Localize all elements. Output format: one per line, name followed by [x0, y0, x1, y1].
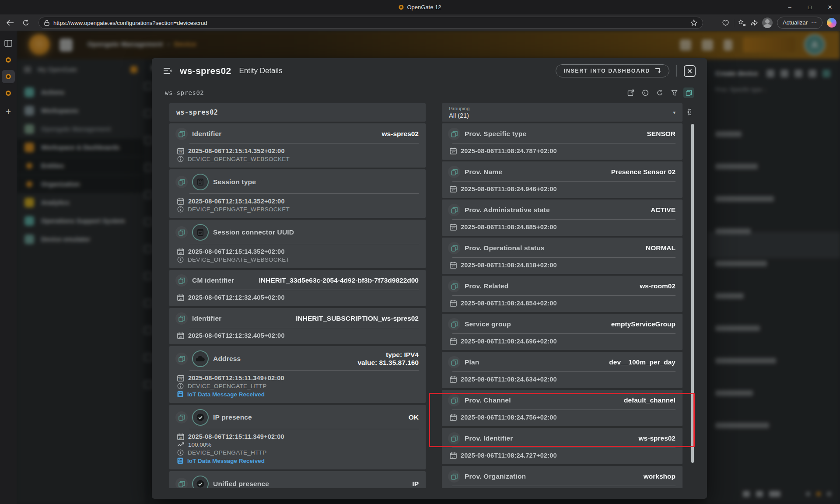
- attribute-detail-text: 2025-08-06T11:08:24.727+02:00: [461, 452, 557, 459]
- attribute-title-row: Session connector UUID: [175, 224, 419, 241]
- copy-attribute-icon[interactable]: [448, 242, 460, 254]
- attribute-value: NORMAL: [646, 244, 676, 252]
- modal-toolbar: ws-spres02 0: [165, 85, 694, 100]
- copy-attribute-icon[interactable]: [448, 470, 460, 483]
- more-dots-icon[interactable]: ⋯: [811, 19, 817, 26]
- attribute-title: Prov. Administrative state: [465, 206, 550, 214]
- scrollbar-thumb[interactable]: [691, 124, 694, 463]
- copy-attribute-icon[interactable]: [175, 128, 188, 140]
- modal-scrollbar[interactable]: [691, 124, 694, 463]
- filter-icon[interactable]: [669, 88, 679, 98]
- actualizar-button[interactable]: Actualizar ⋯: [777, 17, 822, 29]
- insert-into-dashboard-button[interactable]: INSERT INTO DASHBOARD: [556, 64, 669, 77]
- attribute-card: Prov. Operational statusNORMAL272025-08-…: [442, 238, 682, 274]
- attribute-title-row: Prov. NamePresence Sensor 02: [448, 166, 676, 178]
- vertical-tab-2-active[interactable]: [2, 70, 15, 83]
- attribute-detail-text: 2025-08-06T11:08:24.696+02:00: [461, 338, 557, 345]
- attribute-detail-link[interactable]: IoT Data Message Received: [177, 457, 419, 464]
- attribute-detail-text: DEVICE_OPENGATE_WEBSOCKET: [188, 206, 290, 213]
- sidebar-toggle-icon[interactable]: [2, 37, 15, 50]
- copy-attribute-icon[interactable]: [448, 166, 460, 178]
- favorites-icon[interactable]: [738, 19, 746, 26]
- screen: OpenGate 12 – □ ✕ https://www.opengate.e…: [0, 0, 840, 504]
- restore-button[interactable]: □: [800, 0, 820, 14]
- grouping-select[interactable]: Grouping All (21) ▾: [442, 103, 682, 122]
- back-icon[interactable]: [4, 16, 17, 29]
- copy-attribute-icon[interactable]: [175, 226, 188, 238]
- svg-text:27: 27: [452, 455, 455, 458]
- clipboard-icon: [192, 174, 209, 190]
- open-in-new-icon[interactable]: [626, 88, 636, 98]
- copy-attribute-icon[interactable]: [175, 274, 188, 287]
- svg-text:27: 27: [452, 417, 455, 420]
- address-bar[interactable]: https://www.opengate.es/configurations?s…: [38, 17, 703, 29]
- copy-attribute-icon[interactable]: [175, 478, 188, 488]
- refresh-icon[interactable]: [19, 16, 32, 29]
- attribute-value: ws-room02: [640, 282, 676, 290]
- info-icon: [177, 156, 184, 162]
- attribute-card: Service groupemptyServiceGroup272025-08-…: [442, 314, 682, 350]
- browser-tab[interactable]: OpenGate 12: [399, 0, 441, 14]
- attribute-detail-link[interactable]: IoT Data Message Received: [177, 391, 419, 398]
- grouping-settings-icon[interactable]: [686, 107, 691, 117]
- attribute-divider: [189, 328, 419, 328]
- info-icon: [177, 449, 184, 456]
- browser-profile-avatar[interactable]: [762, 18, 773, 28]
- attribute-detail-date: 272025-08-06T11:08:24.787+02:00: [450, 147, 676, 154]
- attribute-divider: [452, 371, 676, 372]
- url-text[interactable]: https://www.opengate.es/configurations?s…: [53, 20, 686, 26]
- close-modal-button[interactable]: [684, 65, 696, 77]
- attribute-detail-text: 2025-08-06T12:15:14.352+02:00: [188, 147, 285, 154]
- share-icon[interactable]: [750, 19, 758, 26]
- attribute-card: Prov. Relatedws-room02272025-08-06T11:08…: [442, 276, 682, 312]
- browser-titlebar: OpenGate 12 – □ ✕: [0, 0, 840, 14]
- calendar-icon: 27: [177, 147, 184, 154]
- collapse-menu-icon[interactable]: [163, 67, 172, 74]
- svg-text:27: 27: [179, 252, 182, 254]
- entity-details-modal: ws-spres02 Entity Details INSERT INTO DA…: [152, 58, 707, 499]
- calendar-icon: 27: [450, 414, 457, 421]
- close-window-button[interactable]: ✕: [820, 0, 840, 14]
- copy-attribute-icon[interactable]: [175, 176, 188, 188]
- vertical-tab-3[interactable]: [2, 87, 15, 100]
- copy-attribute-icon[interactable]: [448, 394, 460, 406]
- copy-attribute-icon[interactable]: [175, 312, 188, 325]
- attribute-title: Prov. Channel: [465, 396, 511, 404]
- message-icon[interactable]: 0: [640, 88, 651, 98]
- attribute-detail-text: 100.00%: [188, 441, 211, 448]
- attribute-value-label: type:: [386, 351, 404, 358]
- attribute-divider: [452, 295, 676, 296]
- copy-attribute-icon[interactable]: [175, 411, 188, 424]
- attribute-detail-percent: 100.00%: [177, 441, 419, 448]
- attribute-value: INHERIT_33d5e63c-2054-4d92-bf3b-7f73d982…: [259, 276, 419, 284]
- attribute-value-label: value:: [357, 359, 379, 366]
- minimize-button[interactable]: –: [780, 0, 800, 14]
- new-tab-icon[interactable]: +: [2, 105, 15, 118]
- copy-attribute-icon[interactable]: [448, 356, 460, 368]
- attribute-detail-text: DEVICE_OPENGATE_HTTP: [188, 383, 267, 389]
- attribute-detail-text[interactable]: IoT Data Message Received: [187, 458, 265, 464]
- refresh-data-icon[interactable]: [654, 88, 665, 98]
- attribute-value: IP: [412, 480, 419, 488]
- attribute-title: Prov. Identifier: [465, 434, 513, 442]
- bookmark-star-icon[interactable]: [690, 19, 697, 26]
- attribute-title-row: Prov. Specific typeSENSOR: [448, 128, 676, 140]
- copy-attribute-icon[interactable]: [448, 204, 460, 216]
- attribute-title: Prov. Related: [465, 282, 509, 290]
- copy-entity-icon[interactable]: [683, 88, 694, 98]
- attribute-card: Session connector UUID272025-08-06T12:15…: [169, 220, 426, 268]
- copy-attribute-icon[interactable]: [448, 128, 460, 140]
- attribute-title-row: Service groupemptyServiceGroup: [448, 318, 676, 330]
- attributes-column-right: Grouping All (21) ▾ Prov. Specific typeS…: [442, 103, 691, 488]
- attribute-detail-date: 272025-08-06T11:08:24.818+02:00: [450, 262, 676, 269]
- browser-essentials-icon[interactable]: [722, 19, 729, 26]
- copy-attribute-icon[interactable]: [448, 318, 460, 330]
- attribute-title-row: IdentifierINHERIT_SUBSCRIPTION_ws-spres0…: [175, 312, 419, 325]
- copy-attribute-icon[interactable]: [448, 432, 460, 444]
- vertical-tab-1[interactable]: [2, 53, 15, 66]
- copy-attribute-icon[interactable]: [175, 353, 188, 365]
- copy-attribute-icon[interactable]: [448, 280, 460, 292]
- attribute-value: INHERIT_SUBSCRIPTION_ws-spres02: [296, 315, 419, 322]
- copilot-icon[interactable]: [827, 18, 836, 28]
- attribute-detail-text[interactable]: IoT Data Message Received: [187, 391, 265, 398]
